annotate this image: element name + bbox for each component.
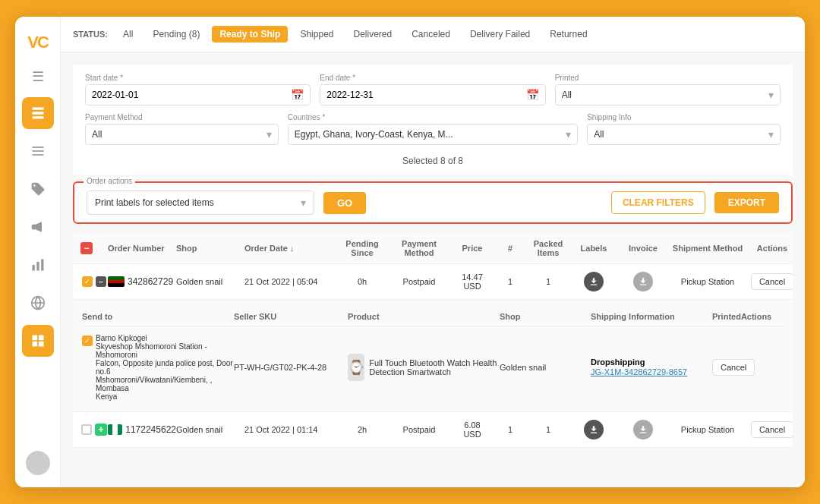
shipping-info-select[interactable]: All ▾ [587, 124, 781, 145]
svg-rect-2 [32, 116, 43, 118]
th-shop: Shop [176, 244, 244, 253]
shipping-type: Dropshipping [591, 358, 712, 367]
shipping-info-label: Shipping Info [587, 113, 781, 121]
content-area: Start date * 📅 End date * 📅 [61, 52, 805, 487]
export-button[interactable]: EXPORT [714, 192, 779, 213]
order-checkbox-2[interactable] [81, 424, 92, 435]
end-date-field[interactable] [326, 90, 522, 100]
th-price: Price [449, 244, 495, 253]
logo: VC [24, 29, 52, 56]
order-add-2[interactable]: + [95, 424, 107, 436]
labels-icon-1 [571, 272, 617, 291]
svg-rect-14 [38, 342, 43, 347]
sidebar-item-megaphone[interactable] [22, 211, 54, 243]
download-label-btn-2[interactable] [584, 420, 604, 439]
order-actions-label: Order actions [84, 177, 135, 185]
start-date-field[interactable] [92, 90, 288, 100]
product-shop: Golden snail [500, 363, 591, 372]
packed-1: 1 [525, 277, 571, 286]
download-invoice-btn-1[interactable] [633, 272, 653, 291]
filters-row-1: Start date * 📅 End date * 📅 [85, 74, 781, 106]
send-to-checkbox[interactable]: ✓ [82, 335, 93, 346]
pending-2: 2h [336, 425, 389, 434]
filters-row-2: Payment Method All ▾ Countries * Egypt, … [85, 113, 781, 145]
send-to-cell: ✓ Barno Kipkogei Skyveshop Mshomoroni St… [82, 334, 234, 401]
countries-value: Egypt, Ghana, Ivory-Coast, Kenya, M... [295, 129, 563, 140]
payment-method-label: Payment Method [85, 113, 279, 121]
sidebar-item-chart[interactable] [22, 249, 54, 281]
orders-table: − Order Number Shop Order Date ↓ Pending… [73, 233, 793, 448]
sidebar-item-orders[interactable] [22, 97, 54, 129]
end-date-input[interactable]: 📅 [320, 84, 545, 106]
seller-sku: PT-WH-G/GT02-PK-4-28 [234, 363, 348, 372]
download-invoice-btn-2[interactable] [633, 420, 653, 439]
hash-1: 1 [495, 277, 525, 286]
svg-rect-12 [38, 335, 43, 341]
pending-1: 0h [336, 277, 389, 286]
sidebar-item-grid[interactable] [22, 325, 54, 357]
svg-rect-13 [32, 342, 37, 347]
cancel-btn-2[interactable]: Cancel [751, 421, 793, 438]
table-header: − Order Number Shop Order Date ↓ Pending… [73, 233, 793, 264]
payment-1: Postpaid [389, 277, 449, 286]
sidebar-item-tags[interactable] [22, 173, 54, 205]
select-all-checkbox[interactable]: − [80, 242, 93, 254]
shipment-2: Pickup Station [670, 425, 746, 434]
product-thumbnail: ⌚ [348, 354, 364, 381]
svg-rect-5 [32, 154, 43, 156]
countries-chevron-icon: ▾ [566, 128, 571, 140]
status-tab-ready[interactable]: Ready to Ship [212, 26, 288, 43]
th-actions: Actions [746, 244, 793, 253]
action-chevron-icon: ▾ [301, 197, 306, 209]
th-packed-items: Packed Items [525, 239, 571, 257]
printed-select[interactable]: All ▾ [555, 84, 781, 106]
printed-group: Printed All ▾ [555, 74, 781, 106]
printed-value: All [562, 90, 765, 100]
sidebar-item-globe[interactable] [22, 287, 54, 319]
action-select-text: Print labels for selected items [95, 197, 296, 208]
status-tab-pending[interactable]: Pending (8) [145, 26, 207, 43]
shipping-link[interactable]: JG-X1M-342862729-8657 [591, 367, 687, 376]
shipping-info-group: Shipping Info All ▾ [587, 113, 781, 145]
status-tab-canceled[interactable]: Canceled [404, 26, 458, 43]
download-label-btn-1[interactable] [584, 272, 604, 291]
payment-2: Postpaid [389, 425, 449, 434]
detail-th-send-to: Send to [82, 312, 234, 321]
action-select[interactable]: Print labels for selected items ▾ [87, 191, 314, 215]
cancel-btn-1[interactable]: Cancel [751, 273, 793, 290]
menu-icon[interactable]: ☰ [32, 68, 44, 85]
detail-cancel-btn[interactable]: Cancel [712, 359, 755, 376]
send-to-text: Barno Kipkogei Skyveshop Mshomoroni Stat… [96, 334, 234, 401]
th-shipment-method: Shipment Method [670, 244, 746, 253]
order-minus-1[interactable]: − [96, 276, 106, 287]
order-id-cell-2: 1172245622 [108, 424, 176, 435]
status-tab-shipped[interactable]: Shipped [292, 26, 341, 43]
sidebar-item-list[interactable] [22, 135, 54, 167]
order-date-2: 21 Oct 2022 | 01:14 [244, 425, 336, 434]
main-content: STATUS: All Pending (8) Ready to Ship Sh… [61, 17, 805, 487]
svg-rect-11 [32, 335, 37, 341]
status-tab-delivery-failed[interactable]: Delivery Failed [462, 26, 538, 43]
go-button[interactable]: GO [323, 192, 366, 214]
detail-th-sku: Seller SKU [234, 312, 348, 321]
status-tab-returned[interactable]: Returned [542, 26, 594, 43]
th-pending-since: Pending Since [336, 239, 389, 257]
order-main-2: + 1172245622 Golden snail 21 Oct 2022 | … [73, 412, 793, 447]
payment-method-select[interactable]: All ▾ [85, 124, 279, 145]
order-number-2: 1172245622 [125, 424, 176, 435]
th-invoice: Invoice [617, 244, 670, 253]
user-avatar[interactable] [26, 451, 50, 475]
status-tab-delivered[interactable]: Delivered [345, 26, 399, 43]
selected-info: Selected 8 of 8 [85, 153, 781, 169]
start-date-calendar-icon: 📅 [291, 89, 304, 101]
currency-1: USD [463, 282, 481, 291]
status-tab-all[interactable]: All [115, 26, 140, 43]
start-date-input[interactable]: 📅 [85, 84, 311, 106]
order-checkbox-1[interactable]: ✓ [82, 276, 93, 287]
svg-rect-9 [41, 260, 43, 271]
countries-select[interactable]: Egypt, Ghana, Ivory-Coast, Kenya, M... ▾ [288, 124, 578, 145]
order-row-2: + 1172245622 Golden snail 21 Oct 2022 | … [73, 412, 793, 448]
svg-rect-1 [32, 112, 43, 114]
clear-filters-button[interactable]: CLEAR FILTERS [611, 191, 705, 214]
order-date-1: 21 Oct 2022 | 05:04 [244, 277, 336, 286]
